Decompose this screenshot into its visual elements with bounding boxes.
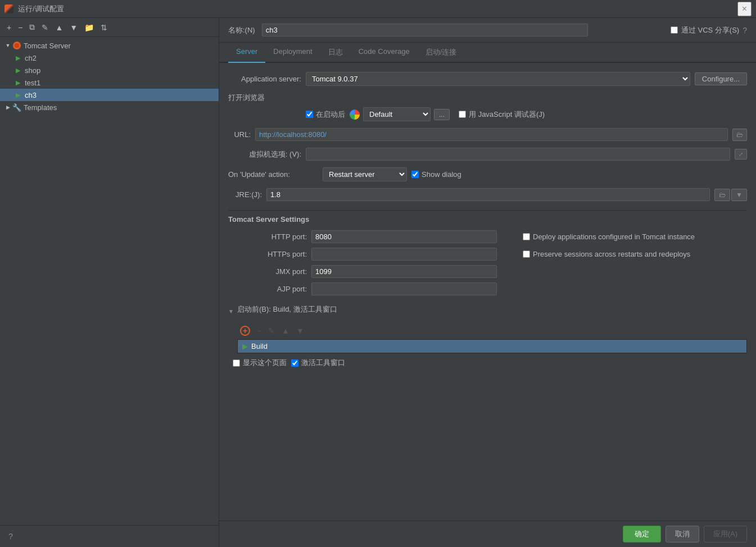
run-icon-ch3: ▶ — [13, 90, 22, 99]
url-input[interactable] — [255, 128, 728, 141]
move-down-button[interactable]: ▼ — [67, 22, 80, 33]
sort-button[interactable]: ⇅ — [98, 22, 110, 33]
show-dialog-checkbox[interactable] — [411, 171, 419, 178]
deploy-checkbox[interactable] — [523, 233, 530, 240]
url-row: URL: 🗁 — [228, 128, 747, 141]
preserve-check-label[interactable]: Preserve sessions across restarts and re… — [523, 250, 747, 258]
tree-label-test1: test1 — [25, 79, 40, 87]
templates-icon: 🔧 — [12, 103, 21, 112]
jre-dropdown-button[interactable]: ▼ — [731, 189, 747, 201]
ports-grid: HTTP port: Deploy applications configure… — [228, 230, 747, 295]
startup-checkbox[interactable] — [306, 111, 313, 118]
title-bar: 运行/调试配置 × — [0, 0, 756, 18]
app-server-row: Application server: Tomcat 9.0.37 Config… — [228, 72, 747, 86]
show-page-checkbox[interactable] — [233, 359, 240, 367]
before-launch-list: ▶ Build — [237, 339, 747, 353]
form-content: Application server: Tomcat 9.0.37 Config… — [219, 63, 756, 521]
vm-options-input[interactable] — [306, 148, 730, 161]
http-port-label: HTTP port: — [228, 233, 307, 241]
confirm-button[interactable]: 确定 — [623, 526, 661, 543]
edit-config-button[interactable]: ✎ — [39, 22, 51, 33]
browser-more-button[interactable]: ... — [434, 109, 450, 120]
jre-buttons: 🗁 ▼ — [714, 189, 747, 201]
sidebar-bottom: ? — [0, 525, 219, 547]
browser-select[interactable]: Default — [363, 107, 431, 121]
browser-select-row: Default ... — [350, 107, 450, 121]
bl-add-icon: + — [240, 326, 250, 336]
url-browse-button[interactable]: 🗁 — [732, 129, 747, 141]
sidebar: + − ⧉ ✎ ▲ ▼ 📁 ⇅ ▼ Tomcat Server ▶ — [0, 18, 219, 547]
tree-item-tomcat-server[interactable]: ▼ Tomcat Server — [0, 39, 219, 52]
add-config-button[interactable]: + — [4, 22, 13, 33]
before-launch-title: 启动前(B): Build, 激活工具窗口 — [237, 304, 337, 314]
vcs-help-icon[interactable]: ? — [743, 26, 747, 35]
tab-logs[interactable]: 日志 — [320, 43, 351, 63]
vm-options-label: 虚拟机选项: (V): — [228, 149, 301, 159]
configure-button[interactable]: Configure... — [695, 72, 747, 85]
jre-label: JRE:(J): — [228, 190, 262, 199]
before-launch-collapse-row[interactable]: ▼ 启动前(B): Build, 激活工具窗口 — [228, 302, 747, 320]
activate-window-checkbox[interactable] — [291, 359, 298, 367]
folder-button[interactable]: 📁 — [82, 22, 96, 33]
update-action-row: On 'Update' action: Restart server Show … — [228, 167, 747, 181]
startup-checkbox-label[interactable]: 在启动后 — [306, 110, 345, 120]
sidebar-tree: ▼ Tomcat Server ▶ ch2 ▶ shop — [0, 37, 219, 525]
before-launch-build-item[interactable]: ▶ Build — [238, 340, 746, 353]
show-dialog-label[interactable]: Show dialog — [411, 170, 461, 179]
tree-item-ch2[interactable]: ▶ ch2 — [0, 52, 219, 64]
preserve-checkbox[interactable] — [523, 250, 530, 258]
show-page-label[interactable]: 显示这个页面 — [233, 358, 287, 368]
ajp-port-input[interactable] — [311, 282, 497, 295]
cancel-button[interactable]: 取消 — [666, 526, 699, 543]
help-button[interactable]: ? — [4, 530, 17, 543]
config-name-input[interactable] — [262, 24, 588, 37]
js-debug-checkbox[interactable] — [459, 111, 466, 118]
https-port-input[interactable] — [311, 248, 497, 261]
tree-item-test1[interactable]: ▶ test1 — [0, 76, 219, 89]
close-button[interactable]: × — [737, 2, 752, 16]
browser-section-header: 打开浏览器 — [228, 93, 747, 103]
tree-item-shop[interactable]: ▶ shop — [0, 64, 219, 76]
before-launch-toolbar: + − ✎ ▲ ▼ — [228, 325, 747, 337]
deploy-check-label[interactable]: Deploy applications configured in Tomcat… — [523, 233, 747, 241]
tab-coverage[interactable]: Code Coverage — [351, 43, 418, 63]
jre-input[interactable] — [266, 188, 710, 201]
bl-add-button[interactable]: + — [237, 325, 253, 337]
tree-item-ch3[interactable]: ▶ ch3 — [0, 89, 219, 101]
copy-config-button[interactable]: ⧉ — [27, 21, 37, 33]
content-area: 名称:(N) 通过 VCS 分享(S) ? Server Deployment … — [219, 18, 756, 547]
update-action-label: On 'Update' action: — [228, 170, 318, 179]
before-launch-section: ▼ 启动前(B): Build, 激活工具窗口 + − ✎ ▲ ▼ ▶ Buil… — [228, 302, 747, 368]
tab-deployment[interactable]: Deployment — [265, 43, 320, 63]
vcs-share-checkbox[interactable] — [671, 26, 678, 34]
vm-expand-button[interactable]: ⤢ — [735, 149, 747, 159]
build-item-label: Build — [251, 342, 268, 350]
run-icon-shop: ▶ — [13, 66, 22, 75]
activate-window-label[interactable]: 激活工具窗口 — [291, 358, 345, 368]
tree-item-templates[interactable]: ▶ 🔧 Templates — [0, 101, 219, 113]
app-server-label: Application server: — [228, 75, 301, 83]
main-container: + − ⧉ ✎ ▲ ▼ 📁 ⇅ ▼ Tomcat Server ▶ — [0, 18, 756, 547]
bl-remove-button[interactable]: − — [254, 325, 264, 337]
http-port-input[interactable] — [311, 230, 497, 243]
remove-config-button[interactable]: − — [16, 22, 25, 33]
vcs-share-area: 通过 VCS 分享(S) ? — [671, 25, 747, 35]
tab-startup[interactable]: 启动/连接 — [418, 43, 465, 63]
apply-button[interactable]: 应用(A) — [704, 526, 747, 543]
app-server-select[interactable]: Tomcat 9.0.37 — [306, 72, 690, 86]
divider-1 — [228, 210, 747, 211]
tabs-bar: Server Deployment 日志 Code Coverage 启动/连接 — [219, 43, 756, 63]
tab-server[interactable]: Server — [228, 43, 265, 63]
name-label: 名称:(N) — [228, 25, 255, 35]
bl-up-button[interactable]: ▲ — [279, 325, 292, 337]
bl-down-button[interactable]: ▼ — [293, 325, 307, 337]
bl-edit-button[interactable]: ✎ — [265, 325, 278, 337]
jmx-port-input[interactable] — [311, 265, 497, 278]
before-launch-arrow: ▼ — [228, 308, 234, 314]
move-up-button[interactable]: ▲ — [53, 22, 65, 33]
update-action-select[interactable]: Restart server — [323, 167, 407, 181]
jre-browse-button[interactable]: 🗁 — [714, 189, 730, 201]
js-debug-label[interactable]: 用 JavaScript 调试器(J) — [459, 110, 545, 120]
tree-label-ch2: ch2 — [25, 54, 37, 62]
sidebar-toolbar: + − ⧉ ✎ ▲ ▼ 📁 ⇅ — [0, 18, 219, 37]
